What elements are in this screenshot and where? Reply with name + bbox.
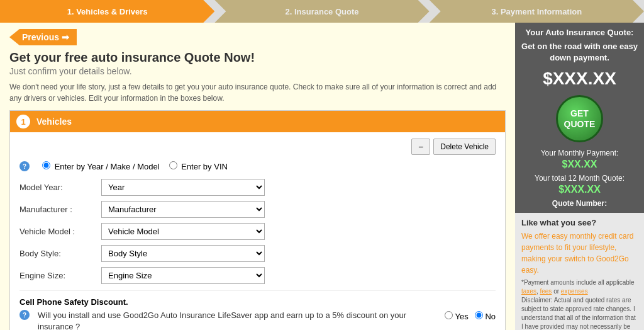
manufacturer-row: Manufacturer : Manufacturer — [19, 201, 496, 218]
total-label: Your total 12 Month Quote: — [521, 174, 638, 183]
discount-question: Will you install and use Good2Go Auto In… — [38, 310, 440, 330]
progress-step-3[interactable]: 3. Payment Information — [430, 0, 644, 23]
body-style-select[interactable]: Body Style — [101, 245, 265, 262]
delete-label: Delete Vehicle — [440, 142, 489, 151]
form-title: Get your free auto insurance Quote Now! — [9, 50, 506, 65]
vin-label: Enter by VIN — [169, 161, 228, 171]
section-body: − Delete Vehicle ? Enter by Year / Make … — [10, 132, 505, 330]
section-header: 1 Vehicles — [10, 111, 505, 132]
like-box: Like what you see? We offer easy monthly… — [515, 213, 644, 330]
vehicle-model-label: Vehicle Model : — [19, 227, 101, 236]
get-quote-label: GETQUOTE — [564, 108, 596, 130]
body-style-row: Body Style: Body Style — [19, 245, 496, 262]
delete-vehicle-button[interactable]: Delete Vehicle — [433, 139, 496, 155]
quote-num-label: Quote Number: — [521, 199, 638, 208]
step1-label: 1. Vehicles & Drivers — [67, 7, 148, 16]
section-number: 1 — [16, 115, 30, 128]
entry-method-row: ? Enter by Year / Make / Model Enter by … — [19, 161, 496, 171]
progress-bar: 1. Vehicles & Drivers 2. Insurance Quote… — [0, 0, 644, 23]
discount-radio-group: Yes No — [445, 310, 496, 321]
step2-label: 2. Insurance Quote — [285, 7, 358, 16]
minus-icon: − — [418, 142, 423, 152]
get-quote-button[interactable]: GETQUOTE — [556, 95, 603, 142]
vehicle-model-select[interactable]: Vehicle Model — [101, 223, 265, 240]
like-text: We offer easy monthly credit card paymen… — [521, 230, 638, 276]
monthly-price: $XX.XX — [521, 159, 638, 170]
discount-yes-label: Yes — [445, 311, 469, 321]
step3-label: 3. Payment Information — [491, 7, 582, 16]
discount-no-label: No — [475, 311, 496, 321]
price-display: $XXX.XX — [521, 69, 638, 89]
radio-year-make-model[interactable] — [42, 161, 50, 169]
entry-method-label: Enter by Year / Make / Model — [42, 161, 160, 171]
right-panel: Your Auto Insurance Quote: Get on the ro… — [515, 23, 644, 330]
down-payment-text: Get on the road with one easy down payme… — [521, 41, 638, 64]
form-description: We don't need your life story, just a fe… — [9, 81, 506, 104]
discount-no-radio[interactable] — [475, 311, 483, 319]
engine-size-label: Engine Size: — [19, 271, 101, 280]
body-style-label: Body Style: — [19, 249, 101, 258]
section-title: Vehicles — [36, 117, 72, 127]
disclaimer-text: *Payment amounts include all applicable … — [521, 278, 638, 330]
quote-box: Your Auto Insurance Quote: Get on the ro… — [515, 23, 644, 213]
manufacturer-label: Manufacturer : — [19, 205, 101, 214]
discount-section: Cell Phone Safety Discount. ? Will you i… — [19, 290, 496, 330]
discount-row: ? Will you install and use Good2Go Auto … — [19, 310, 496, 330]
vehicle-model-row: Vehicle Model : Vehicle Model — [19, 223, 496, 240]
form-header: Get your free auto insurance Quote Now! … — [9, 50, 506, 104]
progress-step-2[interactable]: 2. Insurance Quote — [214, 0, 429, 23]
vehicles-section: 1 Vehicles − Delete Vehicle ? — [9, 110, 506, 330]
engine-size-row: Engine Size: Engine Size — [19, 267, 496, 284]
manufacturer-select[interactable]: Manufacturer — [101, 201, 265, 218]
main-layout: Previous ➡ Get your free auto insurance … — [0, 23, 644, 330]
prev-btn-area: Previous ➡ — [9, 29, 506, 45]
progress-step-1[interactable]: 1. Vehicles & Drivers — [0, 0, 214, 23]
previous-label: Previous — [22, 32, 59, 42]
help-icon[interactable]: ? — [19, 161, 30, 171]
radio-vin[interactable] — [169, 161, 177, 169]
form-subtitle: Just confirm your details below. — [9, 66, 506, 76]
left-panel: Previous ➡ Get your free auto insurance … — [0, 23, 515, 330]
model-year-label: Model Year: — [19, 183, 101, 192]
discount-title: Cell Phone Safety Discount. — [19, 297, 496, 307]
model-year-row: Model Year: Year — [19, 179, 496, 196]
previous-button[interactable]: Previous ➡ — [9, 29, 77, 45]
discount-yes-radio[interactable] — [445, 311, 453, 319]
total-price: $XXX.XX — [521, 184, 638, 195]
fees-link[interactable]: fees — [540, 288, 552, 295]
discount-help-icon[interactable]: ? — [19, 310, 30, 320]
minus-button[interactable]: − — [411, 139, 430, 155]
quote-title: Your Auto Insurance Quote: — [521, 28, 638, 37]
taxes-link[interactable]: taxes — [521, 288, 536, 295]
vehicle-controls: − Delete Vehicle — [19, 139, 496, 155]
model-year-select[interactable]: Year — [101, 179, 265, 196]
expenses-link[interactable]: expenses — [561, 288, 588, 295]
engine-size-select[interactable]: Engine Size — [101, 267, 265, 284]
like-title: Like what you see? — [521, 218, 638, 227]
monthly-label: Your Monthly Payment: — [521, 149, 638, 157]
